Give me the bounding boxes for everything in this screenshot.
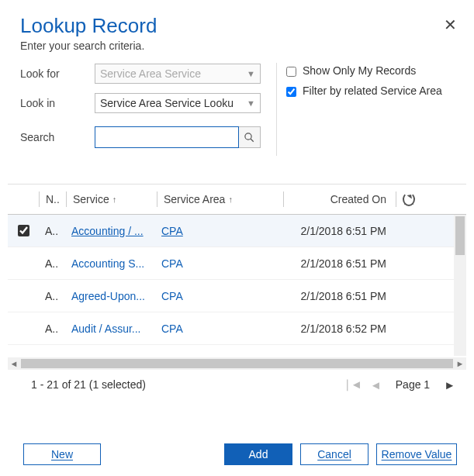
lookfor-value: Service Area Service: [100, 64, 201, 83]
show-only-checkbox[interactable]: [286, 67, 296, 77]
cell-created: 2/1/2018 6:52 PM: [281, 323, 393, 335]
col-name[interactable]: N..: [40, 193, 66, 205]
cell-created: 2/1/2018 6:51 PM: [281, 257, 393, 270]
add-button[interactable]: Add: [224, 443, 292, 465]
col-service[interactable]: Service↑: [67, 193, 157, 205]
cell-name: A..: [39, 290, 65, 302]
pager-summary: 1 - 21 of 21 (1 selected): [31, 378, 146, 391]
cell-name: A..: [39, 225, 65, 237]
table-row[interactable]: A.. Audit / Assur... CPA 2/1/2018 6:52 P…: [8, 312, 466, 345]
lookin-value: Service Area Service Looku: [100, 94, 234, 112]
cell-area[interactable]: CPA: [155, 225, 281, 237]
scroll-thumb[interactable]: [455, 216, 465, 255]
cell-area[interactable]: CPA: [155, 257, 281, 270]
prev-page-button[interactable]: ◄: [370, 378, 382, 391]
grid-header: N.. Service↑ Service Area↑ Created On: [8, 184, 466, 215]
col-area[interactable]: Service Area↑: [157, 193, 283, 205]
results-grid: N.. Service↑ Service Area↑ Created On A.…: [8, 184, 466, 391]
remove-value-button[interactable]: Remove Value: [376, 443, 457, 465]
action-bar: New Add Cancel Remove Value: [0, 443, 474, 465]
first-page-button[interactable]: ∣◄: [344, 378, 362, 391]
cell-service[interactable]: Audit / Assur...: [65, 323, 155, 335]
next-page-button[interactable]: ►: [444, 378, 455, 391]
pager: 1 - 21 of 21 (1 selected) ∣◄ ◄ Page 1 ►: [8, 370, 466, 391]
cell-service[interactable]: Agreed-Upon...: [65, 290, 155, 302]
dialog-title: Lookup Record: [20, 14, 157, 38]
refresh-icon: [403, 192, 415, 206]
cell-area[interactable]: CPA: [155, 323, 281, 335]
cell-created: 2/1/2018 6:51 PM: [281, 225, 393, 237]
show-only-label: Show Only My Records: [303, 64, 416, 77]
search-label: Search: [20, 131, 95, 143]
lookfor-select[interactable]: Service Area Service ▼: [95, 64, 261, 84]
cell-service[interactable]: Accounting S...: [65, 257, 155, 270]
lookin-label: Look in: [20, 97, 95, 109]
lookin-select[interactable]: Service Area Service Looku ▼: [95, 93, 261, 113]
cancel-button[interactable]: Cancel: [300, 443, 368, 465]
search-input[interactable]: [95, 126, 239, 148]
table-row[interactable]: A.. Accounting / ... CPA 2/1/2018 6:51 P…: [8, 215, 466, 247]
table-row[interactable]: A.. Agreed-Upon... CPA 2/1/2018 6:51 PM: [8, 280, 466, 312]
lookfor-label: Look for: [20, 67, 95, 80]
cell-service[interactable]: Accounting / ...: [65, 225, 155, 237]
cell-created: 2/1/2018 6:51 PM: [281, 290, 393, 302]
filter-related-checkbox[interactable]: [286, 87, 296, 97]
svg-point-0: [245, 133, 251, 139]
svg-line-1: [251, 139, 254, 142]
scroll-right-icon[interactable]: ►: [454, 359, 466, 368]
table-row[interactable]: A.. Accounting S... CPA 2/1/2018 6:51 PM: [8, 247, 466, 280]
dialog-subtitle: Enter your search criteria.: [20, 40, 457, 52]
chevron-down-icon: ▼: [247, 64, 255, 83]
chevron-down-icon: ▼: [247, 94, 255, 112]
cell-name: A..: [39, 323, 65, 335]
scroll-left-icon[interactable]: ◄: [8, 359, 20, 368]
search-button[interactable]: [239, 126, 261, 148]
page-label: Page 1: [396, 378, 430, 391]
show-only-my-records[interactable]: Show Only My Records: [286, 63, 457, 83]
search-icon: [244, 132, 255, 143]
horizontal-scrollbar[interactable]: ◄ ►: [8, 357, 466, 370]
vertical-scrollbar[interactable]: [454, 215, 466, 356]
table-row[interactable]: [8, 345, 466, 356]
refresh-button[interactable]: [396, 192, 421, 206]
cell-name: A..: [39, 257, 65, 270]
col-created[interactable]: Created On: [284, 193, 396, 205]
criteria-panel: Look for Service Area Service ▼ Look in …: [20, 63, 457, 156]
close-icon[interactable]: ✕: [444, 14, 457, 34]
new-button[interactable]: New: [23, 443, 101, 465]
filter-related[interactable]: Filter by related Service Area: [286, 83, 457, 103]
sort-asc-icon: ↑: [112, 195, 117, 204]
filter-related-label: Filter by related Service Area: [303, 85, 442, 97]
scroll-thumb[interactable]: [21, 359, 453, 368]
cell-area[interactable]: CPA: [155, 290, 281, 302]
sort-asc-icon: ↑: [228, 195, 233, 204]
row-checkbox[interactable]: [18, 225, 29, 236]
